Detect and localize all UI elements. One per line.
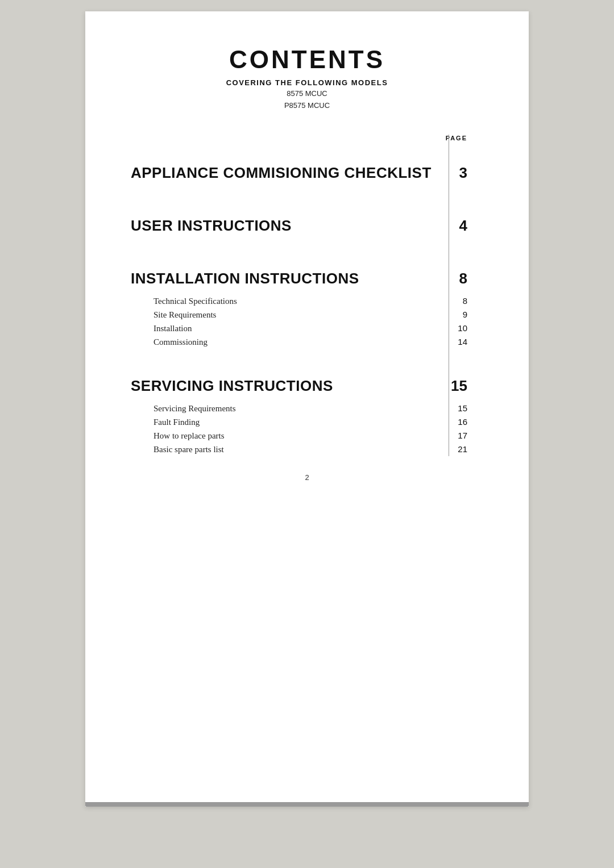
spacer2 xyxy=(131,241,483,253)
sub-page-servicing-req: 15 xyxy=(449,403,483,413)
sub-label-commissioning: Commissioning xyxy=(131,337,208,347)
section-heading-user: USER INSTRUCTIONS xyxy=(131,200,449,241)
toc-container: PAGE APPLIANCE COMMISIONING CHECKLIST 3 … xyxy=(131,135,483,456)
sub-label-installation: Installation xyxy=(131,324,192,333)
sub-label-site-req: Site Requirements xyxy=(131,310,216,320)
sub-entry-commissioning: Commissioning 14 xyxy=(131,335,483,349)
page-footer-number: 2 xyxy=(131,473,483,493)
sub-label-fault-finding: Fault Finding xyxy=(131,418,200,427)
sub-page-replace-parts: 17 xyxy=(449,431,483,440)
model1: 8575 MCUC xyxy=(131,88,483,100)
model2: P8575 MCUC xyxy=(131,100,483,112)
toc-entry-servicing: SERVICING INSTRUCTIONS 15 xyxy=(131,360,483,402)
header: CONTENTS COVERING THE FOLLOWING MODELS 8… xyxy=(131,45,483,112)
sub-page-site-req: 9 xyxy=(449,310,483,319)
spacer1 xyxy=(131,189,483,200)
sub-page-fault-finding: 16 xyxy=(449,417,483,427)
section-heading-installation: INSTALLATION INSTRUCTIONS xyxy=(131,253,449,294)
bottom-bar xyxy=(85,802,529,807)
divider-line xyxy=(449,135,449,456)
sub-page-spare-parts: 21 xyxy=(449,444,483,454)
subtitle-label: COVERING THE FOLLOWING MODELS xyxy=(131,78,483,87)
sub-entry-replace-parts: How to replace parts 17 xyxy=(131,429,483,443)
page-number-installation: 8 xyxy=(449,253,483,294)
sub-label-replace-parts: How to replace parts xyxy=(131,431,225,441)
sub-label-servicing-req: Servicing Requirements xyxy=(131,404,236,414)
page-number-appliance: 3 xyxy=(449,147,483,189)
sub-entry-site-req: Site Requirements 9 xyxy=(131,308,483,322)
page-title: CONTENTS xyxy=(131,45,483,74)
toc-entry-appliance-checklist: APPLIANCE COMMISIONING CHECKLIST 3 xyxy=(131,147,483,189)
page-number-servicing: 15 xyxy=(449,360,483,402)
sub-entry-servicing-req: Servicing Requirements 15 xyxy=(131,402,483,415)
page: CONTENTS COVERING THE FOLLOWING MODELS 8… xyxy=(85,11,529,807)
sub-page-commissioning: 14 xyxy=(449,337,483,347)
page-number-user: 4 xyxy=(449,200,483,241)
section-heading-servicing: SERVICING INSTRUCTIONS xyxy=(131,360,449,402)
spacer3 xyxy=(131,349,483,360)
sub-entry-fault-finding: Fault Finding 16 xyxy=(131,415,483,429)
sub-page-tech-spec: 8 xyxy=(449,296,483,306)
toc-entry-installation: INSTALLATION INSTRUCTIONS 8 xyxy=(131,253,483,294)
sub-label-tech-spec: Technical Specifications xyxy=(131,297,237,306)
sub-page-installation: 10 xyxy=(449,323,483,333)
page-column-header: PAGE xyxy=(131,135,483,141)
section-heading-appliance: APPLIANCE COMMISIONING CHECKLIST xyxy=(131,147,449,189)
sub-entry-tech-spec: Technical Specifications 8 xyxy=(131,294,483,308)
toc-entry-user-instructions: USER INSTRUCTIONS 4 xyxy=(131,200,483,241)
sub-entry-installation: Installation 10 xyxy=(131,322,483,335)
sub-entry-spare-parts: Basic spare parts list 21 xyxy=(131,443,483,456)
sub-label-spare-parts: Basic spare parts list xyxy=(131,445,224,454)
